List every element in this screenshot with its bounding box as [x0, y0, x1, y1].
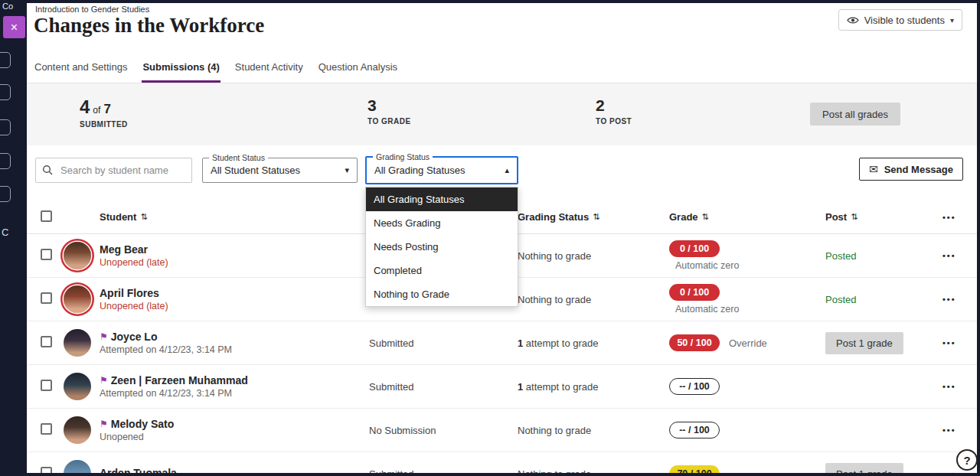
row-checkbox[interactable] — [41, 380, 52, 391]
row-overflow-menu[interactable]: ••• — [942, 251, 977, 260]
grading-status-cell: 1 attempt to grade — [518, 381, 669, 393]
student-name[interactable]: Joyce Lo — [111, 331, 158, 343]
sidebar-partial-label: Co — [2, 2, 13, 11]
row-checkbox[interactable] — [41, 249, 52, 260]
page-header: Introduction to Gender Studies Changes i… — [27, 3, 977, 54]
row-overflow-menu[interactable]: ••• — [942, 425, 977, 435]
post-all-grades-button[interactable]: Post all grades — [810, 103, 900, 126]
grade-pill[interactable]: 0 / 100 — [669, 284, 720, 301]
grade-pill[interactable]: 0 / 100 — [669, 240, 720, 257]
close-panel-button[interactable]: × — [3, 16, 25, 38]
visibility-dropdown[interactable]: Visible to students ▾ — [838, 9, 962, 31]
search-icon — [42, 165, 53, 175]
tab-student-activity[interactable]: Student Activity — [234, 61, 304, 83]
tab-question-analysis[interactable]: Question Analysis — [318, 61, 398, 83]
grade-pill[interactable]: -- / 100 — [669, 378, 720, 395]
row-overflow-menu[interactable]: ••• — [942, 295, 977, 304]
menu-item-completed[interactable]: Completed — [366, 259, 518, 282]
submission-status: No Submission — [369, 425, 518, 436]
close-icon: × — [11, 21, 18, 34]
avatar — [64, 285, 91, 313]
grading-status-column-header[interactable]: Grading Status⇅ — [518, 211, 669, 223]
to-post-count: 2 — [596, 96, 605, 115]
sidebar-edit-icon[interactable] — [0, 153, 11, 169]
grade-pill[interactable]: 70 / 100 — [669, 465, 720, 473]
grading-status-cell: 1 attempt to grade — [518, 337, 669, 349]
row-checkbox[interactable] — [41, 423, 52, 435]
sidebar-document-icon[interactable] — [0, 52, 11, 68]
avatar — [64, 460, 91, 473]
row-overflow-menu[interactable]: ••• — [942, 338, 977, 347]
grade-note: Automatic zero — [675, 304, 825, 315]
search-box — [35, 158, 192, 183]
row-overflow-menu[interactable]: ••• — [942, 382, 977, 391]
table-row: ⚑Joyce Lo Attempted on 4/12/23, 3:14 PM … — [27, 321, 977, 365]
sidebar-roster-icon[interactable] — [0, 186, 11, 202]
sidebar-analytics-icon[interactable] — [0, 84, 11, 100]
grade-cell: -- / 100 — [669, 378, 825, 395]
stats-band: 4 of 7 SUBMITTED 3 TO GRADE 2 TO POST Po… — [27, 83, 977, 145]
select-all-checkbox[interactable] — [41, 210, 52, 222]
help-button[interactable]: ? — [956, 449, 978, 471]
grading-status-select[interactable]: Grading Status All Grading Statuses ▴ Al… — [365, 156, 518, 184]
grade-cell: 0 / 100 Automatic zero — [669, 240, 825, 271]
menu-item-nothing-to-grade[interactable]: Nothing to Grade — [366, 282, 518, 306]
row-checkbox[interactable] — [41, 467, 52, 473]
page-title: Changes in the Workforce — [34, 14, 264, 37]
student-status-line: Attempted on 4/12/23, 3:14 PM — [100, 344, 369, 355]
grading-status-value: All Grading Statuses — [374, 165, 498, 176]
tab-submissions[interactable]: Submissions (4) — [142, 61, 220, 83]
avatar — [64, 242, 91, 269]
chevron-down-icon: ▾ — [345, 165, 349, 175]
chevron-down-icon: ▾ — [950, 16, 954, 24]
grade-pill[interactable]: 50 / 100 — [669, 334, 720, 351]
student-name[interactable]: Meg Bear — [100, 243, 148, 256]
student-name[interactable]: Melody Sato — [111, 418, 174, 430]
student-column-header[interactable]: Student⇅ — [100, 211, 369, 223]
grade-pill[interactable]: -- / 100 — [669, 422, 720, 439]
envelope-icon: ✉ — [869, 163, 878, 175]
table-row: ⚑Zeen | Farzeen Muhammad Attempted on 4/… — [27, 365, 977, 409]
submitted-total: 7 — [103, 102, 110, 117]
table-overflow-menu[interactable]: ••• — [942, 213, 977, 222]
student-name[interactable]: April Flores — [100, 287, 159, 299]
student-status-line: Attempted on 4/12/23, 3:14 PM — [100, 388, 369, 399]
student-status-line: Unopened (late) — [100, 301, 369, 311]
sidebar-gradebook-icon[interactable] — [0, 119, 11, 135]
search-input[interactable] — [35, 158, 192, 183]
post-grade-button[interactable]: Post 1 grade — [825, 332, 903, 354]
grading-status-cell: Nothing to grade — [518, 425, 669, 436]
grading-status-cell: Nothing to grade — [518, 250, 669, 262]
submitted-count: 4 — [80, 96, 90, 118]
grading-status-cell: Nothing to grade — [518, 468, 669, 474]
post-grade-button[interactable]: Post 1 grade — [825, 463, 903, 474]
row-checkbox[interactable] — [41, 336, 52, 347]
student-status-line: Unopened — [100, 432, 369, 442]
accommodation-flag-icon: ⚑ — [100, 331, 108, 342]
visibility-label: Visible to students — [864, 15, 945, 26]
grade-cell: 70 / 100 — [669, 465, 825, 473]
posted-status: Posted — [825, 250, 856, 262]
send-message-button[interactable]: ✉ Send Message — [859, 158, 963, 181]
student-status-value: All Student Statuses — [211, 165, 338, 176]
student-name[interactable]: Zeen | Farzeen Muhammad — [111, 374, 248, 386]
tab-content-and-settings[interactable]: Content and Settings — [34, 61, 128, 83]
grade-cell: -- / 100 — [669, 422, 825, 439]
menu-item-needs-grading[interactable]: Needs Grading — [366, 211, 518, 235]
student-status-line: Unopened (late) — [100, 257, 369, 268]
grade-column-header[interactable]: Grade⇅ — [669, 211, 825, 223]
sidebar-partial-label-2: C — [2, 227, 8, 238]
menu-item-all-grading-statuses[interactable]: All Grading Statuses — [366, 187, 518, 211]
app-window: { "colors": { "accent_purple": "#681d76"… — [0, 0, 980, 476]
row-checkbox[interactable] — [41, 292, 52, 304]
eye-icon — [847, 16, 859, 24]
student-status-select[interactable]: Student Status All Student Statuses ▾ — [202, 158, 358, 183]
row-overflow-menu[interactable]: ••• — [942, 469, 977, 473]
sort-icon: ⇅ — [593, 212, 599, 222]
grading-status-menu: All Grading Statuses Needs Grading Needs… — [365, 187, 518, 307]
filter-toolbar: Student Status All Student Statuses ▾ Gr… — [27, 145, 977, 201]
post-column-header[interactable]: Post⇅ — [825, 211, 942, 223]
student-name[interactable]: Arden Tuomala — [100, 467, 177, 473]
submission-status: Submitted — [369, 337, 518, 349]
menu-item-needs-posting[interactable]: Needs Posting — [366, 235, 518, 259]
